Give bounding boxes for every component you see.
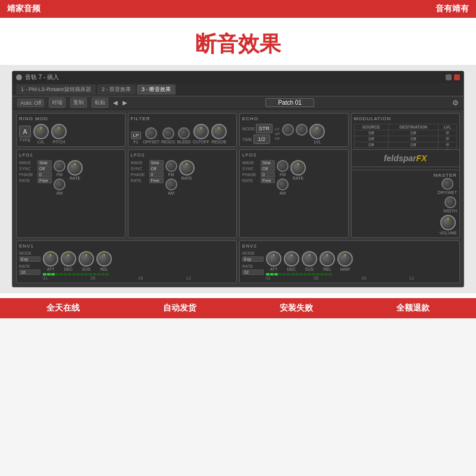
lfo3-label: LFO3 [242,152,346,158]
lfo1-am-knob[interactable] [54,178,65,190]
env1-att-knob[interactable] [43,251,58,267]
lfo1-am-knob-group: AM [54,178,65,195]
env1-sus-knob[interactable] [79,251,94,267]
tab-2[interactable]: 2 - 双音效果 [97,84,136,95]
env2-rate-value[interactable]: 32 [242,270,264,275]
volume-knob[interactable] [440,215,456,230]
lfo2-rate-value[interactable]: Free [149,178,164,183]
lfo3-rate-knob[interactable] [290,160,306,176]
lfo3-rate-knob-group: RATE [290,160,306,195]
echo-lp-knob[interactable] [282,124,294,136]
lfo3-wave-value[interactable]: Sine [261,160,275,165]
mod-source-2[interactable]: Off [354,142,389,148]
echo-time-value[interactable]: 1/2 [253,134,270,144]
env2-rel-knob[interactable] [320,251,335,267]
echo-lvl-knob[interactable] [309,124,325,139]
env2-section: ENV2 MODE Exp RATE 32 [239,240,460,283]
mod-dest-2[interactable]: Off [389,142,439,148]
env2-att-knob-group: ATT [266,251,281,271]
lfo3-am-knob[interactable] [277,178,289,190]
env2-sus-knob[interactable] [302,251,317,267]
dest-header: DESTINATION [389,124,439,130]
mod-source-1[interactable]: Off [354,136,389,142]
mod-dest-1[interactable]: Off [389,136,439,142]
echo-mode-value[interactable]: STR [256,124,273,133]
env2-rate-label: RATE [242,264,253,268]
led-9 [80,273,84,275]
minimize-button[interactable] [446,74,452,80]
lfo2-sync-value[interactable]: Off [149,166,164,171]
lfo3-rate-value[interactable]: Free [261,178,275,183]
lfo2-fm-knob[interactable] [165,160,177,172]
env2-rel-label: REL [323,267,331,271]
marker-1: 05 [314,276,361,280]
env1-mode-value[interactable]: Exp [19,256,40,262]
offset-knob[interactable] [145,127,157,139]
power-icon[interactable] [16,74,22,80]
lfo2-am-knob[interactable] [165,178,177,190]
echo-fb-knob[interactable] [296,124,308,136]
lfo1-wave-value[interactable]: Sine [37,160,52,165]
prev-button[interactable]: ◀ [113,99,118,106]
bottom-item-0: 全天在线 [46,303,80,314]
mod-dest-0[interactable]: Off [389,130,439,136]
tab-3[interactable]: 3 - 断音效果 [137,84,176,95]
env2-mode-value[interactable]: Exp [242,256,264,262]
cutoff-knob[interactable] [193,124,209,139]
lfo1-content: WAVE Sine SYNC Off PHASE 0 [19,160,123,195]
echo-time-label: TIME [242,137,252,142]
gear-icon[interactable]: ⚙ [452,99,459,107]
next-button[interactable]: ▶ [123,99,127,106]
env1-rel-knob[interactable] [96,251,112,267]
env1-dec-knob[interactable] [61,251,76,267]
dry-wet-knob-group: DRY/WET [438,178,457,195]
lvl-knob[interactable] [33,124,49,139]
env1-rate-value[interactable]: 16 [19,270,40,275]
lfo2-phase-value[interactable]: 0 [149,172,164,177]
close-button[interactable] [454,74,460,80]
reso2-knob[interactable] [211,124,227,139]
lfo1-fm-knob-group: FM [54,160,65,177]
filter-mode-badge[interactable]: LP [131,131,142,139]
mod-dot-2[interactable] [439,142,457,148]
lfo3-sync-value[interactable]: Off [261,166,275,171]
lfo3-fm-knob-group: FM [277,160,289,177]
env2-iamp-knob[interactable] [337,251,353,267]
reso1-knob[interactable] [162,127,174,139]
lfo1-rate-knob[interactable] [67,160,83,176]
lfo2-wave-value[interactable]: Sine [149,160,164,165]
marker-3: 13 [409,276,457,280]
brand-box: feldspar FX [351,149,461,167]
mod-source-0[interactable]: Off [354,130,389,136]
bottom-item-2: 安装失败 [280,303,313,314]
lfo1-sync-value[interactable]: Off [37,166,52,171]
led-5 [287,273,290,275]
led-3 [55,273,59,275]
bleed-knob[interactable] [178,127,190,139]
lfo3-wave-row: WAVE Sine [242,160,275,165]
dry-wet-knob[interactable] [441,178,453,190]
lfo1-rate-label: RATE [19,178,36,183]
title-bar-left: 音轨 7 - 插入 [16,73,59,82]
lfo3-phase-value[interactable]: 0 [261,172,275,177]
bottom-item-1: 自动发货 [163,303,196,314]
lfo2-rate-knob[interactable] [179,160,195,176]
width-knob[interactable] [444,196,456,208]
tab-1[interactable]: 1 - PM-LS-Rotator旋转插床器 [16,84,96,95]
copy-button[interactable]: 复制 [70,98,87,108]
env2-dec-knob[interactable] [284,251,299,267]
type-box[interactable]: A [19,126,31,137]
lfo3-fm-knob[interactable] [277,160,289,172]
pair-button[interactable]: 对端 [49,98,65,108]
env2-att-knob[interactable] [266,251,281,267]
env2-mode-label: MODE [242,251,255,255]
pitch-knob[interactable] [51,124,67,139]
mod-dot-0[interactable] [439,130,457,136]
lfo1-phase-value[interactable]: 0 [37,172,52,177]
paste-button[interactable]: 粘贴 [92,98,108,108]
ring-mod-content: A TYPE LVL PITCH [19,124,123,144]
lfo1-rate-value[interactable]: Free [37,178,52,183]
mod-dot-1[interactable] [439,136,457,142]
echo-labels: LP HP FB [275,127,280,140]
lfo1-fm-knob[interactable] [54,160,65,172]
